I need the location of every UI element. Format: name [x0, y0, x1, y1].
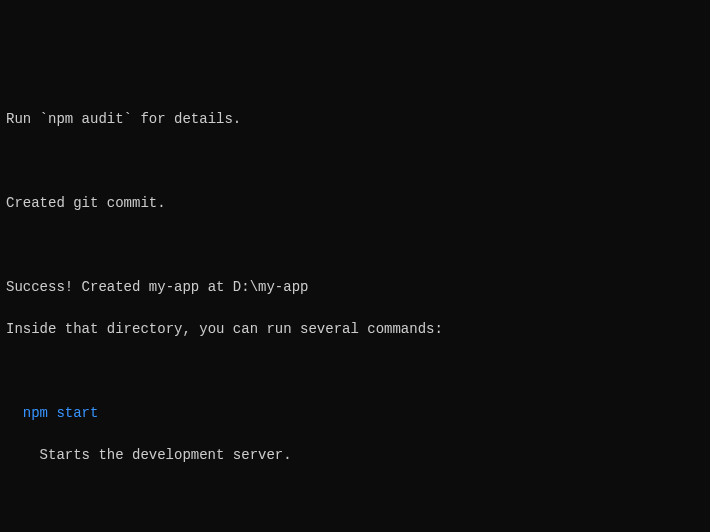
output-line: Inside that directory, you can run sever…: [6, 319, 704, 340]
command-npm-start: npm start: [6, 403, 704, 424]
output-line: Created git commit.: [6, 193, 704, 214]
output-line: Success! Created my-app at D:\my-app: [6, 277, 704, 298]
output-line: Run `npm audit` for details.: [6, 109, 704, 130]
terminal-output: Run `npm audit` for details. Created git…: [6, 88, 704, 532]
blank-line: [6, 151, 704, 172]
command-description: Starts the development server.: [6, 445, 704, 466]
blank-line: [6, 361, 704, 382]
blank-line: [6, 487, 704, 508]
blank-line: [6, 235, 704, 256]
